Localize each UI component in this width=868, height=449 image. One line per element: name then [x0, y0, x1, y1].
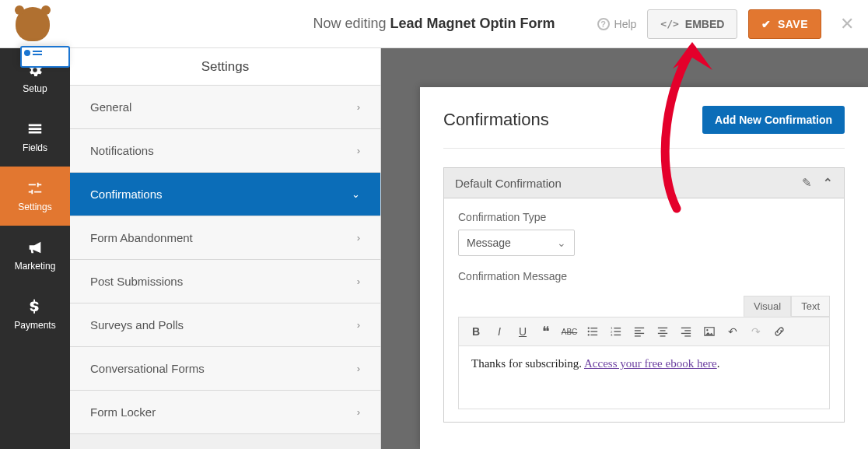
quote-icon[interactable]: ❝: [535, 321, 557, 342]
svg-point-25: [706, 329, 708, 331]
top-bar: Now editing Lead Magnet Optin Form ? Hel…: [0, 0, 868, 48]
list-icon: [26, 121, 44, 138]
bullhorn-icon: [26, 239, 44, 256]
svg-rect-5: [590, 335, 597, 335]
sub-postsubmissions[interactable]: Post Submissions›: [70, 260, 380, 303]
confirmations-card: Confirmations Add New Confirmation Defau…: [420, 87, 868, 449]
sub-formabandonment[interactable]: Form Abandonment›: [70, 216, 380, 260]
chevron-right-icon: ›: [357, 363, 360, 374]
editor-toolbar: B I U ❝ ABC 123 ↶ ↷: [459, 317, 829, 346]
svg-rect-13: [635, 330, 641, 331]
number-list-icon[interactable]: 123: [605, 321, 627, 342]
close-icon[interactable]: ✕: [840, 14, 854, 34]
content-text: Thanks for subscribing.: [471, 357, 584, 370]
sub-notifications[interactable]: Notifications›: [70, 129, 380, 173]
svg-rect-23: [684, 335, 691, 336]
tab-visual[interactable]: Visual: [744, 296, 791, 317]
subpanel-title: Settings: [70, 48, 380, 86]
message-label: Confirmation Message: [458, 270, 830, 282]
sliders-icon: [26, 180, 44, 197]
chevron-right-icon: ›: [357, 406, 360, 418]
rail-label: Setup: [23, 83, 47, 94]
svg-rect-21: [684, 330, 691, 331]
embed-label: EMBED: [685, 18, 725, 30]
tab-text[interactable]: Text: [791, 296, 830, 317]
add-confirmation-button[interactable]: Add New Confirmation: [702, 106, 845, 134]
sub-label: General: [90, 100, 131, 114]
undo-icon[interactable]: ↶: [722, 321, 744, 342]
help-label: Help: [614, 18, 637, 30]
svg-point-0: [588, 327, 590, 328]
rail-label: Fields: [23, 142, 47, 153]
svg-rect-18: [658, 333, 667, 334]
sub-label: Surveys and Polls: [90, 318, 184, 331]
form-name: Lead Magnet Optin Form: [390, 16, 555, 31]
pencil-icon[interactable]: ✎: [802, 176, 812, 190]
bullet-list-icon[interactable]: [582, 321, 604, 342]
sub-label: Notifications: [90, 144, 154, 157]
type-label: Confirmation Type: [458, 211, 830, 223]
check-icon: ✔: [761, 18, 772, 30]
align-right-icon[interactable]: [675, 321, 697, 342]
sub-surveys[interactable]: Surveys and Polls›: [70, 303, 380, 347]
settings-subpanel: Settings General› Notifications› Confirm…: [70, 48, 381, 449]
sub-formlocker[interactable]: Form Locker›: [70, 391, 380, 434]
chevron-right-icon: ›: [357, 101, 360, 113]
svg-rect-8: [614, 335, 621, 335]
chevron-right-icon: ›: [357, 275, 360, 287]
sub-label: Conversational Forms: [90, 362, 205, 375]
rail-fields[interactable]: Fields: [0, 107, 70, 167]
image-icon[interactable]: [698, 321, 720, 342]
app-logo: [14, 5, 51, 43]
align-left-icon[interactable]: [628, 321, 650, 342]
editor-textarea[interactable]: Thanks for subscribing. Access your free…: [459, 346, 829, 409]
align-center-icon[interactable]: [652, 321, 674, 342]
chevron-right-icon: ›: [357, 232, 360, 244]
chevron-right-icon: ›: [357, 145, 360, 156]
bold-icon[interactable]: B: [465, 321, 487, 342]
select-value: Message: [467, 237, 511, 249]
sub-general[interactable]: General›: [70, 86, 380, 129]
strike-icon[interactable]: ABC: [558, 321, 580, 342]
sub-label: Form Abandonment: [90, 231, 193, 244]
chevron-right-icon: ›: [357, 319, 360, 331]
help-link[interactable]: ? Help: [597, 18, 637, 30]
svg-rect-15: [635, 335, 641, 336]
rail-payments[interactable]: Payments: [0, 285, 70, 344]
confirmation-block: Default Confirmation ✎ ⌃ Confirmation Ty…: [443, 167, 845, 423]
svg-rect-3: [590, 331, 597, 331]
main-canvas: Confirmations Add New Confirmation Defau…: [381, 48, 868, 449]
svg-rect-6: [614, 328, 621, 328]
dollar-icon: [26, 298, 44, 315]
svg-rect-12: [635, 328, 644, 328]
sub-label: Form Locker: [90, 405, 156, 419]
sub-label: Confirmations: [90, 188, 163, 201]
confirmation-block-header[interactable]: Default Confirmation ✎ ⌃: [444, 168, 844, 198]
save-button[interactable]: ✔ SAVE: [748, 9, 821, 39]
svg-rect-17: [660, 330, 666, 331]
sub-confirmations[interactable]: Confirmations⌄: [70, 173, 380, 216]
left-rail: Setup Fields Settings Marketing Payments: [0, 48, 70, 449]
sub-label: Post Submissions: [90, 275, 183, 288]
rail-settings[interactable]: Settings: [0, 167, 70, 226]
confirmation-type-select[interactable]: Message ⌄: [458, 230, 575, 256]
svg-rect-14: [635, 333, 644, 334]
wysiwyg-editor: Visual Text B I U ❝ ABC 123: [458, 317, 830, 409]
redo-icon[interactable]: ↷: [745, 321, 767, 342]
editing-prefix: Now editing: [313, 16, 386, 31]
chevron-down-icon: ⌄: [352, 188, 360, 200]
rail-marketing[interactable]: Marketing: [0, 226, 70, 285]
underline-icon[interactable]: U: [512, 321, 534, 342]
embed-button[interactable]: </> EMBED: [647, 9, 737, 39]
italic-icon[interactable]: I: [488, 321, 510, 342]
sub-conversational[interactable]: Conversational Forms›: [70, 347, 380, 391]
svg-rect-22: [681, 333, 691, 334]
content-tail: .: [717, 357, 720, 370]
rail-label: Payments: [14, 320, 55, 331]
svg-rect-20: [681, 328, 691, 328]
help-icon: ?: [597, 18, 610, 30]
chevron-up-icon[interactable]: ⌃: [823, 176, 833, 190]
link-icon[interactable]: [768, 321, 790, 342]
chevron-down-icon: ⌄: [557, 237, 566, 249]
content-link[interactable]: Access your free ebook here: [584, 357, 717, 370]
